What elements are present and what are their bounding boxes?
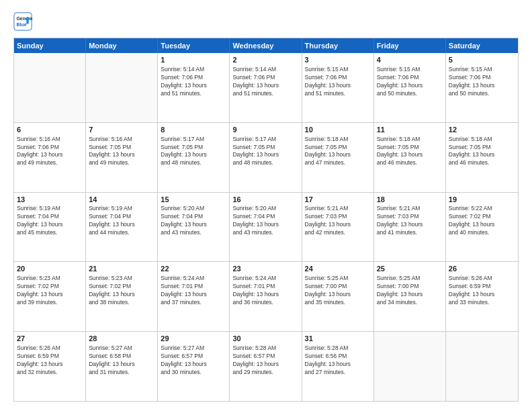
day-info: Sunrise: 5:25 AM Sunset: 7:00 PM Dayligh…	[377, 275, 443, 307]
calendar-cell: 20Sunrise: 5:23 AM Sunset: 7:02 PM Dayli…	[14, 262, 86, 331]
day-info: Sunrise: 5:20 AM Sunset: 7:04 PM Dayligh…	[161, 205, 226, 237]
day-number: 18	[377, 195, 443, 205]
calendar-cell: 19Sunrise: 5:22 AM Sunset: 7:02 PM Dayli…	[446, 193, 518, 262]
day-number: 30	[232, 334, 298, 344]
day-info: Sunrise: 5:24 AM Sunset: 7:01 PM Dayligh…	[161, 275, 226, 307]
svg-text:Blue: Blue	[16, 22, 26, 27]
calendar-row-3: 20Sunrise: 5:23 AM Sunset: 7:02 PM Dayli…	[14, 261, 518, 331]
calendar-header: SundayMondayTuesdayWednesdayThursdayFrid…	[14, 38, 518, 53]
day-info: Sunrise: 5:27 AM Sunset: 6:57 PM Dayligh…	[161, 345, 226, 377]
calendar-cell: 21Sunrise: 5:23 AM Sunset: 7:02 PM Dayli…	[86, 262, 158, 331]
weekday-header-thursday: Thursday	[302, 38, 374, 53]
calendar-cell: 26Sunrise: 5:26 AM Sunset: 6:59 PM Dayli…	[446, 262, 518, 331]
calendar-cell: 1Sunrise: 5:14 AM Sunset: 7:06 PM Daylig…	[158, 53, 230, 122]
day-number: 22	[161, 264, 226, 274]
day-info: Sunrise: 5:17 AM Sunset: 7:05 PM Dayligh…	[161, 136, 226, 168]
day-info: Sunrise: 5:23 AM Sunset: 7:02 PM Dayligh…	[17, 275, 83, 307]
calendar-row-1: 6Sunrise: 5:16 AM Sunset: 7:06 PM Daylig…	[14, 122, 518, 192]
day-info: Sunrise: 5:15 AM Sunset: 7:06 PM Dayligh…	[377, 66, 443, 98]
day-info: Sunrise: 5:21 AM Sunset: 7:03 PM Dayligh…	[377, 205, 443, 237]
day-info: Sunrise: 5:26 AM Sunset: 6:59 PM Dayligh…	[17, 345, 83, 377]
calendar-cell: 7Sunrise: 5:16 AM Sunset: 7:05 PM Daylig…	[86, 123, 158, 192]
day-number: 8	[161, 125, 226, 135]
calendar-cell: 31Sunrise: 5:28 AM Sunset: 6:56 PM Dayli…	[302, 332, 374, 401]
weekday-header-wednesday: Wednesday	[230, 38, 302, 53]
day-number: 16	[232, 195, 298, 205]
day-info: Sunrise: 5:18 AM Sunset: 7:05 PM Dayligh…	[449, 136, 515, 168]
day-number: 13	[17, 195, 83, 205]
day-number: 15	[161, 195, 226, 205]
calendar-cell: 28Sunrise: 5:27 AM Sunset: 6:58 PM Dayli…	[86, 332, 158, 401]
day-number: 24	[305, 264, 371, 274]
day-number: 20	[17, 264, 83, 274]
day-info: Sunrise: 5:15 AM Sunset: 7:06 PM Dayligh…	[305, 66, 371, 98]
weekday-header-saturday: Saturday	[446, 38, 518, 53]
day-number: 31	[305, 334, 371, 344]
day-info: Sunrise: 5:18 AM Sunset: 7:05 PM Dayligh…	[305, 136, 371, 168]
calendar-cell: 10Sunrise: 5:18 AM Sunset: 7:05 PM Dayli…	[302, 123, 374, 192]
day-number: 4	[377, 55, 443, 65]
calendar-cell	[86, 53, 158, 122]
day-number: 26	[449, 264, 515, 274]
calendar-cell: 17Sunrise: 5:21 AM Sunset: 7:03 PM Dayli…	[302, 193, 374, 262]
calendar-cell: 14Sunrise: 5:19 AM Sunset: 7:04 PM Dayli…	[86, 193, 158, 262]
calendar-cell: 18Sunrise: 5:21 AM Sunset: 7:03 PM Dayli…	[374, 193, 446, 262]
day-number: 17	[305, 195, 371, 205]
weekday-header-tuesday: Tuesday	[158, 38, 230, 53]
day-info: Sunrise: 5:28 AM Sunset: 6:57 PM Dayligh…	[232, 345, 298, 377]
day-number: 29	[161, 334, 226, 344]
day-info: Sunrise: 5:22 AM Sunset: 7:02 PM Dayligh…	[449, 205, 515, 237]
day-info: Sunrise: 5:28 AM Sunset: 6:56 PM Dayligh…	[305, 345, 371, 377]
day-number: 25	[377, 264, 443, 274]
calendar-cell: 5Sunrise: 5:15 AM Sunset: 7:06 PM Daylig…	[446, 53, 518, 122]
day-info: Sunrise: 5:27 AM Sunset: 6:58 PM Dayligh…	[89, 345, 154, 377]
calendar-cell: 12Sunrise: 5:18 AM Sunset: 7:05 PM Dayli…	[446, 123, 518, 192]
calendar-row-2: 13Sunrise: 5:19 AM Sunset: 7:04 PM Dayli…	[14, 192, 518, 262]
day-info: Sunrise: 5:14 AM Sunset: 7:06 PM Dayligh…	[232, 66, 298, 98]
calendar-cell	[14, 53, 86, 122]
day-number: 2	[232, 55, 298, 65]
svg-rect-0	[14, 13, 32, 30]
day-number: 11	[377, 125, 443, 135]
day-number: 10	[305, 125, 371, 135]
calendar-cell: 25Sunrise: 5:25 AM Sunset: 7:00 PM Dayli…	[374, 262, 446, 331]
logo-icon: General Blue	[13, 12, 32, 31]
calendar-cell: 4Sunrise: 5:15 AM Sunset: 7:06 PM Daylig…	[374, 53, 446, 122]
day-number: 3	[305, 55, 371, 65]
day-info: Sunrise: 5:24 AM Sunset: 7:01 PM Dayligh…	[232, 275, 298, 307]
weekday-header-friday: Friday	[374, 38, 446, 53]
calendar-cell: 6Sunrise: 5:16 AM Sunset: 7:06 PM Daylig…	[14, 123, 86, 192]
calendar-cell	[374, 332, 446, 401]
day-number: 7	[89, 125, 154, 135]
day-info: Sunrise: 5:17 AM Sunset: 7:05 PM Dayligh…	[232, 136, 298, 168]
calendar-cell: 30Sunrise: 5:28 AM Sunset: 6:57 PM Dayli…	[230, 332, 302, 401]
day-info: Sunrise: 5:15 AM Sunset: 7:06 PM Dayligh…	[449, 66, 515, 98]
calendar-cell: 8Sunrise: 5:17 AM Sunset: 7:05 PM Daylig…	[158, 123, 230, 192]
calendar-cell: 16Sunrise: 5:20 AM Sunset: 7:04 PM Dayli…	[230, 193, 302, 262]
day-info: Sunrise: 5:21 AM Sunset: 7:03 PM Dayligh…	[305, 205, 371, 237]
header: General Blue	[13, 12, 519, 31]
calendar: SundayMondayTuesdayWednesdayThursdayFrid…	[13, 38, 519, 402]
day-info: Sunrise: 5:16 AM Sunset: 7:06 PM Dayligh…	[17, 136, 83, 168]
day-number: 27	[17, 334, 83, 344]
day-info: Sunrise: 5:16 AM Sunset: 7:05 PM Dayligh…	[89, 136, 154, 168]
calendar-cell: 15Sunrise: 5:20 AM Sunset: 7:04 PM Dayli…	[158, 193, 230, 262]
day-number: 6	[17, 125, 83, 135]
day-number: 14	[89, 195, 154, 205]
calendar-row-0: 1Sunrise: 5:14 AM Sunset: 7:06 PM Daylig…	[14, 53, 518, 122]
calendar-cell: 3Sunrise: 5:15 AM Sunset: 7:06 PM Daylig…	[302, 53, 374, 122]
day-info: Sunrise: 5:19 AM Sunset: 7:04 PM Dayligh…	[89, 205, 154, 237]
day-info: Sunrise: 5:26 AM Sunset: 6:59 PM Dayligh…	[449, 275, 515, 307]
day-number: 9	[232, 125, 298, 135]
logo: General Blue	[13, 12, 32, 31]
weekday-header-sunday: Sunday	[14, 38, 86, 53]
day-info: Sunrise: 5:19 AM Sunset: 7:04 PM Dayligh…	[17, 205, 83, 237]
calendar-cell: 9Sunrise: 5:17 AM Sunset: 7:05 PM Daylig…	[230, 123, 302, 192]
day-number: 1	[161, 55, 226, 65]
day-number: 19	[449, 195, 515, 205]
day-info: Sunrise: 5:25 AM Sunset: 7:00 PM Dayligh…	[305, 275, 371, 307]
day-number: 23	[232, 264, 298, 274]
calendar-cell: 22Sunrise: 5:24 AM Sunset: 7:01 PM Dayli…	[158, 262, 230, 331]
day-info: Sunrise: 5:14 AM Sunset: 7:06 PM Dayligh…	[161, 66, 226, 98]
calendar-cell: 24Sunrise: 5:25 AM Sunset: 7:00 PM Dayli…	[302, 262, 374, 331]
